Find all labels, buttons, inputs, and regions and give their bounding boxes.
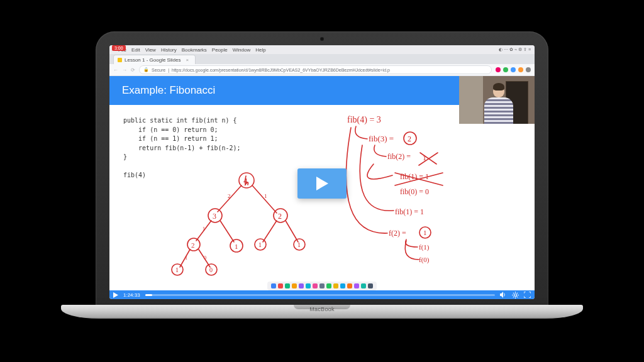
svg-marker-38: [113, 292, 118, 298]
menu-people[interactable]: People: [212, 47, 228, 53]
video-progress-fill: [145, 294, 152, 296]
browser-tab-strip: Lesson 1 - Google Slides ×: [109, 54, 535, 64]
address-bar[interactable]: 🔒 Secure | https://docs.google.com/prese…: [139, 65, 492, 74]
dock-app-icon[interactable]: [326, 283, 331, 288]
volume-icon[interactable]: [500, 292, 507, 298]
video-play-button[interactable]: [297, 168, 347, 199]
laptop-base: MacBook: [61, 305, 583, 319]
fullscreen-icon[interactable]: [524, 292, 531, 298]
menu-help[interactable]: Help: [255, 47, 265, 53]
webcam-dot: [320, 37, 324, 41]
mac-dock[interactable]: [109, 282, 535, 290]
laptop-shadow: [80, 319, 564, 327]
tab-close-icon[interactable]: ×: [186, 57, 189, 63]
play-pause-button[interactable]: [113, 292, 118, 298]
browser-toolbar: ← → ⟳ 🔒 Secure | https://docs.google.com…: [109, 64, 535, 76]
dock-app-icon[interactable]: [354, 283, 359, 288]
dock-app-icon[interactable]: [278, 283, 283, 288]
video-progress-bar[interactable]: [145, 294, 495, 296]
settings-icon[interactable]: [512, 292, 519, 299]
svg-point-39: [514, 293, 517, 296]
presenter-webcam: [459, 76, 535, 124]
laptop-mockup: 3:00 File Edit View History Bookmarks Pe…: [96, 31, 548, 327]
play-icon: [315, 176, 329, 191]
dock-app-icon[interactable]: [319, 283, 325, 288]
secure-label: Secure: [152, 68, 165, 72]
dock-app-icon[interactable]: [306, 283, 311, 288]
screen-record-badge: 3:00: [112, 45, 126, 51]
ext-icon[interactable]: [526, 67, 531, 72]
browser-tab-active[interactable]: Lesson 1 - Google Slides ×: [113, 55, 196, 64]
device-brand: MacBook: [61, 306, 583, 312]
ext-icon[interactable]: [511, 67, 516, 72]
extension-icons[interactable]: [496, 67, 531, 72]
ext-icon[interactable]: [503, 67, 508, 72]
dock-app-icon[interactable]: [368, 283, 373, 288]
menu-history[interactable]: History: [161, 47, 177, 53]
video-control-bar: 1:24:33: [109, 290, 535, 299]
ext-icon[interactable]: [518, 67, 523, 72]
dock-app-icon[interactable]: [271, 283, 276, 288]
laptop-lid: 3:00 File Edit View History Bookmarks Pe…: [96, 31, 548, 312]
menu-bookmarks[interactable]: Bookmarks: [182, 47, 207, 53]
menu-view[interactable]: View: [145, 47, 156, 53]
slide-title: Example: Fibonacci: [122, 84, 215, 97]
nav-back-icon[interactable]: ←: [113, 67, 118, 73]
dock-app-icon[interactable]: [340, 283, 345, 288]
browser-window: Lesson 1 - Google Slides × ← → ⟳ 🔒 Secur…: [109, 54, 535, 290]
slide-viewport: Example: Fibonacci public static int fib…: [109, 76, 535, 290]
mac-menubar: 3:00 File Edit View History Bookmarks Pe…: [109, 45, 535, 54]
menu-window[interactable]: Window: [233, 47, 250, 53]
ext-icon[interactable]: [496, 67, 501, 72]
dock-app-icon[interactable]: [292, 283, 297, 288]
menubar-status-icons[interactable]: ◐ ⋯ ✿ ⌁ ⚙ ⇪ ≡: [499, 47, 531, 52]
dock-app-icon[interactable]: [333, 283, 338, 288]
dock-app-icon[interactable]: [361, 283, 366, 288]
dock-app-icon[interactable]: [313, 283, 318, 288]
laptop-screen: 3:00 File Edit View History Bookmarks Pe…: [109, 45, 535, 299]
url-text: https://docs.google.com/presentation/d/1…: [172, 68, 390, 72]
dock-app-icon[interactable]: [285, 283, 290, 288]
menu-edit[interactable]: Edit: [131, 47, 140, 53]
nav-forward-icon[interactable]: →: [122, 67, 127, 73]
nav-reload-icon[interactable]: ⟳: [131, 67, 135, 73]
presenter-person: [480, 85, 516, 124]
lock-icon: 🔒: [143, 67, 149, 72]
svg-marker-37: [316, 177, 328, 190]
tab-title: Lesson 1 - Google Slides: [125, 57, 180, 63]
dock-app-icon[interactable]: [347, 283, 352, 288]
dock-app-icon[interactable]: [299, 283, 304, 288]
tab-favicon-icon: [118, 58, 122, 62]
video-timestamp: 1:24:33: [123, 292, 140, 298]
